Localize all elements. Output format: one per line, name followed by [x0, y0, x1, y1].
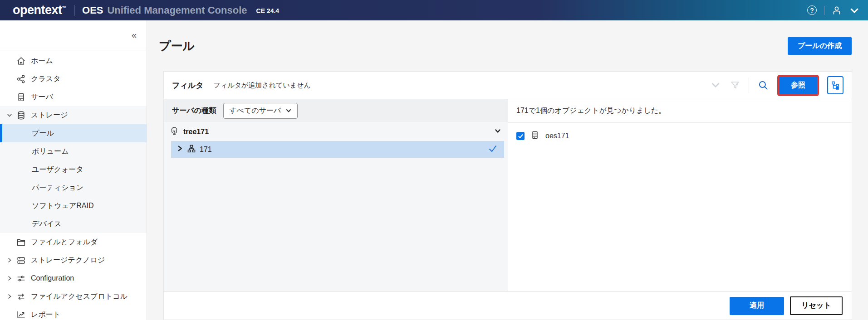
sidebar-item-label: ボリューム	[32, 147, 69, 156]
server-type-selected-value: すべてのサーバ	[229, 106, 281, 116]
browse-button[interactable]: 参照	[779, 77, 817, 94]
node-expand-chevron-right-icon[interactable]	[177, 145, 183, 154]
expand-chevron-down-icon[interactable]	[710, 79, 721, 91]
result-item-oes171[interactable]: oes171	[508, 123, 852, 149]
sidebar-item-software-raid[interactable]: ソフトウェアRAID	[0, 197, 147, 215]
sidebar-item-label: ユーザクォータ	[32, 165, 83, 175]
server-type-label: サーバの種類	[172, 106, 216, 116]
sidebar-item-storage[interactable]: ストレージ	[0, 106, 147, 124]
filter-actions-divider	[749, 78, 749, 93]
server-icon	[16, 92, 31, 102]
sidebar-item-server[interactable]: サーバ	[0, 88, 147, 106]
sidebar-item-device[interactable]: デバイス	[0, 215, 147, 233]
results-summary: 171で1個のオブジェクトが見つかりました。	[508, 99, 852, 123]
directory-tree: tree171 171	[164, 122, 508, 158]
sidebar-item-cluster[interactable]: クラスタ	[0, 70, 147, 88]
sidebar: « ホーム クラスタ サーバ	[0, 20, 147, 320]
opentext-logo: opentext™	[13, 3, 66, 17]
version-badge: CE 24.4	[256, 7, 280, 15]
chevron-right-icon	[3, 293, 16, 300]
main-content: プール プールの作成 フィルタ フィルタが追加されていません 参照	[147, 20, 868, 320]
tree-node-171[interactable]: 171	[171, 141, 504, 158]
sidebar-item-label: ソフトウェアRAID	[32, 201, 93, 211]
filter-empty-message: フィルタが追加されていません	[214, 81, 311, 90]
clear-filter-icon[interactable]	[730, 80, 740, 91]
user-icon[interactable]	[832, 5, 842, 15]
page-title: プール	[159, 38, 195, 54]
filter-card: フィルタ フィルタが追加されていません 参照	[163, 71, 852, 320]
product-suffix: Unified Management Console	[107, 5, 247, 16]
server-type-select[interactable]: すべてのサーバ	[223, 103, 298, 119]
selected-check-icon	[488, 144, 498, 155]
sidebar-item-label: ストレージ	[31, 111, 68, 120]
tree-collapse-chevron-down-icon[interactable]	[494, 127, 501, 136]
configuration-sliders-icon	[16, 274, 31, 283]
sidebar-item-label: ファイルアクセスプロトコル	[31, 292, 128, 301]
sidebar-nav: ホーム クラスタ サーバ ストレージ プール	[0, 50, 147, 320]
sidebar-header: «	[0, 20, 147, 50]
cluster-icon	[16, 74, 31, 84]
filter-bar: フィルタ フィルタが追加されていません 参照	[164, 72, 852, 99]
sidebar-item-partition[interactable]: パーティション	[0, 179, 147, 197]
report-chart-icon	[16, 310, 31, 320]
sidebar-item-label: クラスタ	[31, 74, 61, 84]
sidebar-item-volume[interactable]: ボリューム	[0, 142, 147, 160]
sidebar-item-label: サーバ	[31, 92, 53, 102]
sidebar-item-label: デバイス	[32, 219, 62, 229]
account-chevron-down-icon[interactable]	[849, 5, 860, 16]
sidebar-collapse-icon[interactable]: «	[132, 30, 137, 39]
sidebar-item-label: レポート	[31, 310, 60, 320]
sidebar-item-home[interactable]: ホーム	[0, 52, 147, 70]
chevron-right-icon	[3, 257, 16, 263]
sidebar-item-label: プール	[32, 129, 54, 138]
chevron-down-icon	[3, 112, 16, 118]
topbar-separator	[824, 6, 824, 15]
sidebar-item-label: ストレージテクノロジ	[31, 256, 105, 265]
sidebar-item-label: ファイルとフォルダ	[31, 238, 98, 247]
sidebar-item-label: パーティション	[32, 183, 83, 193]
card-footer: 適用 リセット	[164, 291, 852, 320]
sidebar-item-reports[interactable]: レポート	[0, 305, 147, 320]
tree-view-toggle-button[interactable]	[827, 76, 843, 94]
tree-icon	[169, 126, 179, 138]
logo-divider	[74, 5, 74, 16]
reset-button[interactable]: リセット	[790, 296, 843, 315]
sidebar-item-label: ホーム	[31, 56, 53, 66]
select-chevron-down-icon	[285, 107, 292, 114]
sidebar-item-storage-technology[interactable]: ストレージテクノロジ	[0, 251, 147, 269]
sidebar-item-configuration[interactable]: Configuration	[0, 269, 147, 287]
create-pool-button[interactable]: プールの作成	[788, 37, 852, 55]
file-access-protocol-icon	[16, 292, 31, 301]
server-type-row: サーバの種類 すべてのサーバ	[164, 99, 508, 122]
tree-root-label: tree171	[183, 128, 209, 136]
sidebar-item-files-folders[interactable]: ファイルとフォルダ	[0, 233, 147, 251]
org-unit-icon	[187, 144, 196, 155]
product-name: OES	[82, 5, 103, 16]
filter-label: フィルタ	[172, 80, 204, 91]
search-icon[interactable]	[757, 79, 769, 91]
chevron-right-icon	[3, 275, 16, 281]
result-checkbox[interactable]	[516, 132, 525, 140]
help-icon[interactable]: ?	[807, 5, 817, 15]
storage-icon	[16, 111, 31, 120]
sidebar-item-file-access-protocols[interactable]: ファイルアクセスプロトコル	[0, 287, 147, 305]
folder-icon	[16, 238, 31, 247]
tree-root-row[interactable]: tree171	[164, 125, 508, 139]
sidebar-item-label: Configuration	[31, 274, 74, 282]
sidebar-item-pool[interactable]: プール	[0, 124, 147, 142]
trademark: ™	[62, 5, 67, 10]
results-panel: 171で1個のオブジェクトが見つかりました。 oes171	[508, 99, 852, 291]
sidebar-item-user-quota[interactable]: ユーザクォータ	[0, 160, 147, 179]
storage-technology-icon	[16, 256, 31, 265]
apply-button[interactable]: 適用	[730, 297, 784, 315]
result-item-name: oes171	[545, 132, 569, 140]
check-icon	[518, 133, 524, 139]
home-icon	[16, 56, 31, 66]
top-bar: opentext™ OES Unified Management Console…	[0, 0, 868, 20]
object-browser-panel: サーバの種類 すべてのサーバ tree171	[164, 99, 508, 291]
server-icon	[530, 131, 539, 141]
tree-node-label: 171	[200, 145, 212, 154]
